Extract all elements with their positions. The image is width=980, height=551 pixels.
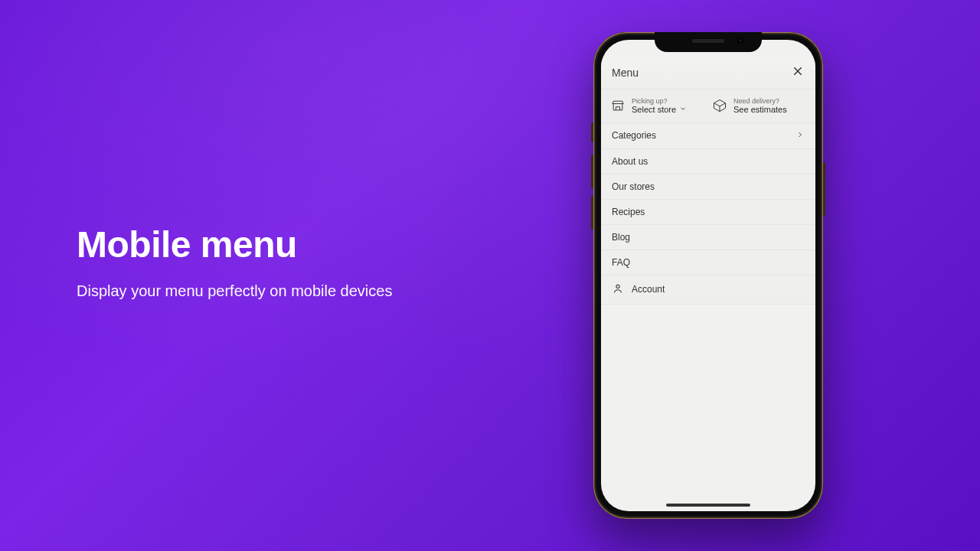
menu-item-label: Our stores bbox=[612, 181, 655, 192]
chevron-right-icon bbox=[795, 130, 805, 142]
package-icon bbox=[712, 98, 727, 113]
svg-point-0 bbox=[616, 285, 619, 288]
menu-item-label: FAQ bbox=[612, 257, 630, 268]
menu-item-label: Blog bbox=[612, 232, 630, 243]
phone-power-button bbox=[823, 162, 825, 216]
user-icon bbox=[612, 282, 624, 297]
menu-item-categories[interactable]: Categories bbox=[601, 123, 815, 149]
menu-item-account[interactable]: Account bbox=[601, 276, 815, 305]
phone-notch bbox=[655, 32, 762, 52]
menu-item-label: Account bbox=[632, 284, 665, 295]
delivery-text: Need delivery? See estimates bbox=[733, 97, 787, 115]
menu-list: Categories About us Our stores Recipes B… bbox=[601, 123, 815, 305]
pickup-value: Select store bbox=[632, 105, 687, 115]
close-button[interactable] bbox=[791, 66, 805, 80]
menu-item-our-stores[interactable]: Our stores bbox=[601, 174, 815, 200]
menu-item-recipes[interactable]: Recipes bbox=[601, 200, 815, 225]
pickup-text: Picking up? Select store bbox=[632, 97, 687, 115]
phone-volume-up bbox=[591, 155, 593, 188]
phone-mockup: Menu Picking up? bbox=[593, 32, 823, 519]
phone-volume-down bbox=[591, 196, 593, 230]
menu-title: Menu bbox=[612, 67, 639, 79]
pickup-selector[interactable]: Picking up? Select store bbox=[610, 97, 704, 115]
pickup-label: Picking up? bbox=[632, 97, 687, 105]
hero-copy: Mobile menu Display your menu perfectly … bbox=[77, 223, 392, 300]
menu-header: Menu bbox=[601, 58, 815, 90]
phone-screen: Menu Picking up? bbox=[601, 40, 815, 511]
hero-title: Mobile menu bbox=[77, 223, 392, 266]
close-icon bbox=[792, 65, 804, 80]
menu-item-label: About us bbox=[612, 156, 648, 167]
hero-subtitle: Display your menu perfectly on mobile de… bbox=[77, 282, 392, 300]
promo-stage: Mobile menu Display your menu perfectly … bbox=[0, 0, 980, 551]
menu-item-label: Categories bbox=[612, 130, 656, 141]
delivery-value-text: See estimates bbox=[733, 105, 787, 115]
delivery-selector[interactable]: Need delivery? See estimates bbox=[712, 97, 806, 115]
delivery-label: Need delivery? bbox=[733, 97, 787, 105]
pickup-value-text: Select store bbox=[632, 105, 676, 115]
mobile-menu-app: Menu Picking up? bbox=[601, 40, 815, 511]
home-indicator bbox=[666, 504, 750, 507]
phone-mute-switch bbox=[591, 122, 593, 142]
menu-item-about-us[interactable]: About us bbox=[601, 149, 815, 174]
menu-item-faq[interactable]: FAQ bbox=[601, 250, 815, 276]
store-icon bbox=[610, 98, 626, 113]
menu-item-label: Recipes bbox=[612, 207, 645, 217]
chevron-down-icon bbox=[679, 105, 687, 115]
menu-item-blog[interactable]: Blog bbox=[601, 225, 815, 250]
fulfillment-row: Picking up? Select store Need deli bbox=[601, 90, 815, 123]
delivery-value: See estimates bbox=[733, 105, 787, 115]
